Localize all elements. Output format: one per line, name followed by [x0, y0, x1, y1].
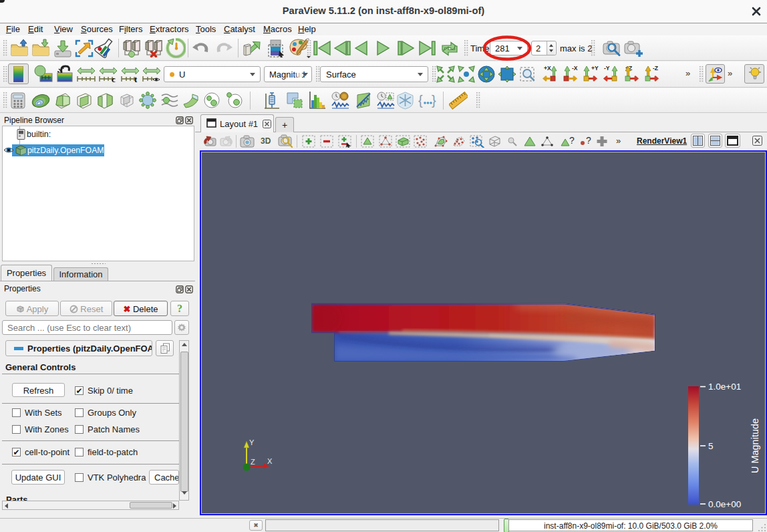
- svg-text:+X: +X: [544, 65, 551, 72]
- svg-text:t: t: [134, 74, 138, 83]
- svg-text:Z: Z: [251, 458, 255, 466]
- svg-text:+Y: +Y: [591, 65, 599, 72]
- svg-text:?: ?: [569, 135, 575, 146]
- svg-text:-X: -X: [572, 65, 578, 72]
- svg-text:c: c: [112, 74, 116, 83]
- svg-text:?: ?: [586, 135, 591, 146]
- svg-text:}: }: [432, 93, 436, 108]
- svg-text:Y: Y: [249, 438, 255, 446]
- svg-text:X: X: [267, 457, 273, 465]
- svg-text:-Z: -Z: [653, 65, 658, 72]
- svg-text:5: 5: [708, 441, 714, 451]
- svg-text:-Y: -Y: [604, 65, 610, 72]
- svg-text:{: {: [418, 93, 423, 108]
- svg-text:0.0e+00: 0.0e+00: [708, 499, 741, 509]
- svg-text:1.0e+01: 1.0e+01: [708, 382, 741, 392]
- svg-text:U Magnitude: U Magnitude: [750, 418, 760, 473]
